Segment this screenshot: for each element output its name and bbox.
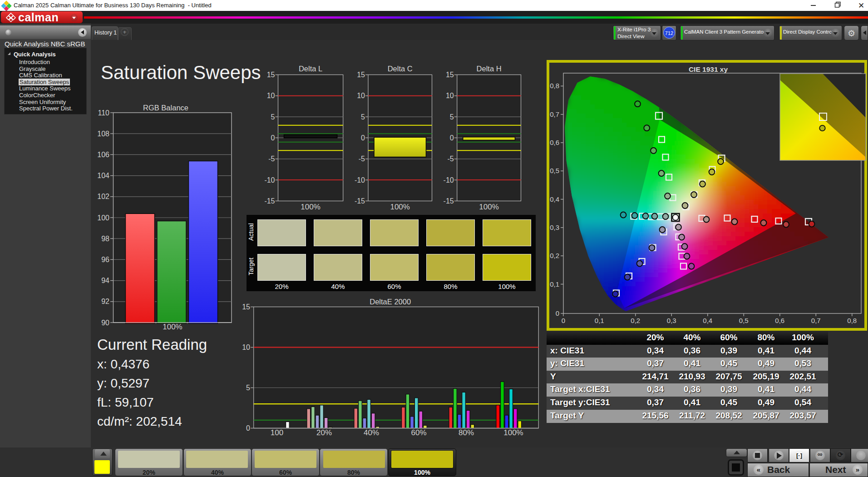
svg-text:96: 96 [101,256,109,263]
svg-text:104: 104 [97,172,109,179]
svg-text:15: 15 [357,71,365,79]
svg-text:0,5: 0,5 [739,317,749,324]
svg-text:Delta H: Delta H [477,65,502,73]
svg-text:0,3: 0,3 [550,224,559,231]
svg-text:92: 92 [101,298,109,305]
svg-text:0,5: 0,5 [550,167,559,174]
svg-text:90: 90 [101,319,109,327]
svg-text:-15: -15 [355,197,365,205]
svg-text:-5: -5 [268,155,275,163]
svg-text:10: 10 [446,92,454,99]
svg-text:0,6: 0,6 [775,317,784,324]
svg-text:0,2: 0,2 [631,317,640,324]
svg-text:0,2: 0,2 [550,252,559,259]
svg-text:0,4: 0,4 [703,317,712,324]
svg-text:20%: 20% [316,428,332,436]
svg-text:0: 0 [246,424,250,432]
svg-text:10: 10 [357,92,365,99]
svg-text:100%: 100% [503,428,523,436]
svg-text:Delta C: Delta C [388,65,413,73]
svg-text:10: 10 [242,343,250,351]
svg-text:15: 15 [242,303,250,311]
svg-text:-5: -5 [359,155,365,163]
svg-text:0,8: 0,8 [847,317,857,324]
svg-text:-5: -5 [447,155,454,163]
svg-text:0,3: 0,3 [667,317,676,324]
svg-text:0,6: 0,6 [550,139,559,146]
svg-text:0: 0 [271,134,275,142]
svg-text:5: 5 [246,384,250,392]
svg-text:-10: -10 [444,176,454,184]
svg-text:DeltaE 2000: DeltaE 2000 [370,298,411,306]
svg-text:0: 0 [450,134,454,142]
svg-text:100: 100 [97,214,109,222]
svg-text:0,8: 0,8 [550,82,559,89]
svg-text:60%: 60% [411,428,427,436]
svg-text:-15: -15 [444,197,454,205]
svg-text:15: 15 [446,71,454,79]
svg-text:110: 110 [98,109,109,117]
svg-text:100%: 100% [301,203,320,211]
svg-text:100%: 100% [479,203,498,211]
svg-text:15: 15 [267,71,275,79]
svg-text:0,1: 0,1 [550,280,559,288]
svg-text:5: 5 [271,113,275,121]
svg-text:0: 0 [562,317,565,324]
svg-text:40%: 40% [364,428,379,436]
svg-text:RGB Balance: RGB Balance [143,104,188,112]
svg-text:100%: 100% [163,323,182,331]
svg-text:Delta L: Delta L [299,65,322,73]
svg-text:0: 0 [361,134,365,142]
svg-text:94: 94 [101,277,109,284]
svg-text:98: 98 [101,235,109,243]
svg-text:0,7: 0,7 [550,110,559,118]
svg-text:-15: -15 [264,197,275,205]
svg-text:0: 0 [556,309,559,317]
svg-text:0,4: 0,4 [550,195,559,203]
svg-text:102: 102 [97,193,109,200]
svg-text:80%: 80% [459,428,474,436]
svg-text:0,1: 0,1 [595,317,604,324]
svg-text:106: 106 [97,151,109,159]
svg-text:-10: -10 [264,176,275,184]
svg-text:CIE 1931 xy: CIE 1931 xy [689,65,728,73]
svg-text:0,7: 0,7 [811,317,821,324]
svg-text:10: 10 [267,92,275,99]
svg-text:5: 5 [450,113,454,121]
svg-text:108: 108 [97,130,109,138]
svg-text:100%: 100% [390,203,409,211]
svg-text:-10: -10 [355,176,365,184]
svg-text:100: 100 [271,428,283,436]
svg-text:5: 5 [361,113,365,121]
